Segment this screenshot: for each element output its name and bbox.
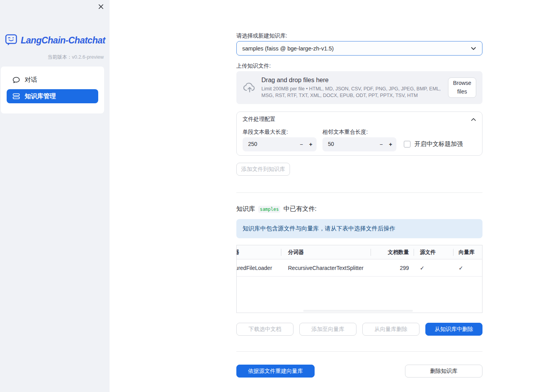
divider — [236, 192, 482, 193]
version-info: 当前版本：v0.2.6-preview — [47, 54, 104, 61]
checkbox-label: 开启中文标题加强 — [414, 140, 463, 148]
max-length-label: 单段文本最大长度: — [243, 129, 288, 136]
uploader-label: 上传知识文件: — [236, 63, 482, 70]
kb-name-code: samples — [258, 206, 280, 213]
cloud-upload-icon — [243, 81, 258, 94]
column-header-source-file[interactable]: 源文件 — [414, 245, 453, 259]
cell-splitter: RecursiveCharacterTextSplitter — [281, 259, 371, 276]
cell-loader: UnstructuredFileLoader — [237, 259, 281, 276]
database-list-icon — [13, 93, 20, 99]
overlap-length-value: 50 — [328, 141, 334, 147]
column-header-loader[interactable]: 文档加载器 — [237, 245, 281, 259]
kb-files-table: 文档加载器 分词器 文档数量 源文件 向量库 UnstructuredFileL… — [236, 245, 482, 313]
cell-vector-store-check: ✓ — [453, 259, 482, 276]
kb-select-value: samples (faiss @ bge-large-zh-v1.5) — [242, 45, 470, 52]
info-alert: 知识库中包含源文件与向量库，请从下表中选择文件后操作 — [236, 219, 482, 238]
uploader-title: Drag and drop files here — [261, 77, 448, 84]
version-label: 当前版本： — [47, 54, 72, 60]
uploader-limit-text: Limit 200MB per file • HTML, MD, JSON, C… — [261, 86, 448, 99]
app-title: LangChain-Chatchat — [21, 35, 105, 46]
version-value: v0.2.6-preview — [72, 54, 104, 60]
overlap-length-label: 相邻文本重合长度: — [322, 129, 368, 136]
table-action-buttons: 下载选中文档 添加至向量库 从向量库删除 从知识库中删除 — [236, 323, 482, 336]
delete-from-vector-store-button[interactable]: 从向量库删除 — [362, 323, 419, 336]
delete-kb-button[interactable]: 删除知识库 — [405, 365, 482, 378]
cell-source-file-check: ✓ — [414, 259, 453, 276]
max-length-input[interactable]: 250 − + — [243, 137, 317, 151]
browse-files-button[interactable]: Browse files — [448, 77, 476, 98]
table-horizontal-scrollbar[interactable] — [303, 310, 413, 312]
expander-title: 文件处理配置 — [243, 116, 471, 123]
column-header-doc-count[interactable]: 文档数量 — [371, 245, 414, 259]
kb-files-heading: 知识库 samples 中已有文件: — [236, 205, 482, 213]
chat-smiley-logo-icon — [5, 34, 18, 47]
decrement-button[interactable]: − — [377, 137, 385, 151]
expander-header[interactable]: 文件处理配置 — [237, 112, 482, 127]
sidebar-item-knowledge-base[interactable]: 知识库管理 — [7, 89, 98, 103]
kb-files-prefix: 知识库 — [236, 205, 255, 213]
sidebar-item-label: 对话 — [25, 76, 37, 84]
rebuild-vector-store-button[interactable]: 依据源文件重建向量库 — [236, 365, 315, 378]
sidebar-item-dialogue[interactable]: 对话 — [7, 73, 98, 87]
cell-doc-count: 299 — [371, 259, 414, 276]
kb-files-suffix: 中已有文件: — [283, 205, 316, 213]
file-uploader-dropzone[interactable]: Drag and drop files here Limit 200MB per… — [236, 71, 482, 104]
delete-from-kb-button[interactable]: 从知识库中删除 — [425, 323, 482, 336]
kb-select[interactable]: samples (faiss @ bge-large-zh-v1.5) — [236, 41, 482, 56]
kb-select-label: 请选择或新建知识库: — [236, 32, 482, 40]
sidebar: LangChain-Chatchat 当前版本：v0.2.6-preview 对… — [0, 0, 110, 392]
sidebar-close-icon[interactable] — [97, 3, 104, 10]
column-header-vector-store[interactable]: 向量库 — [453, 245, 482, 259]
kb-management-buttons: 依据源文件重建向量库 删除知识库 — [236, 365, 482, 378]
add-to-vector-store-button[interactable]: 添加至向量库 — [299, 323, 356, 336]
chat-bubble-icon — [13, 77, 20, 83]
increment-button[interactable]: + — [306, 137, 315, 151]
sidebar-item-label: 知识库管理 — [25, 92, 56, 101]
column-header-splitter[interactable]: 分词器 — [281, 245, 371, 259]
add-files-to-kb-button[interactable]: 添加文件到知识库 — [236, 163, 290, 176]
overlap-length-input[interactable]: 50 − + — [322, 137, 396, 151]
main-panel: 请选择或新建知识库: samples (faiss @ bge-large-zh… — [110, 0, 540, 392]
sidebar-menu: 对话 知识库管理 — [1, 67, 104, 113]
chevron-down-icon — [470, 45, 477, 52]
table-row[interactable]: UnstructuredFileLoader RecursiveCharacte… — [237, 259, 482, 277]
app-logo: LangChain-Chatchat — [5, 34, 105, 47]
increment-button[interactable]: + — [386, 137, 395, 151]
table-header-row: 文档加载器 分词器 文档数量 源文件 向量库 — [237, 245, 482, 259]
max-length-value: 250 — [248, 141, 257, 147]
chevron-up-icon — [471, 116, 476, 123]
checkbox-box[interactable] — [404, 141, 410, 147]
download-selected-button[interactable]: 下载选中文档 — [236, 323, 293, 336]
zh-title-enhance-checkbox[interactable]: 开启中文标题加强 — [404, 140, 463, 148]
file-config-expander: 文件处理配置 单段文本最大长度: 相邻文本重合长度: 250 − + 50 − … — [236, 111, 482, 156]
uploader-instructions: Drag and drop files here Limit 200MB per… — [258, 77, 448, 99]
divider — [236, 351, 482, 352]
decrement-button[interactable]: − — [297, 137, 306, 151]
